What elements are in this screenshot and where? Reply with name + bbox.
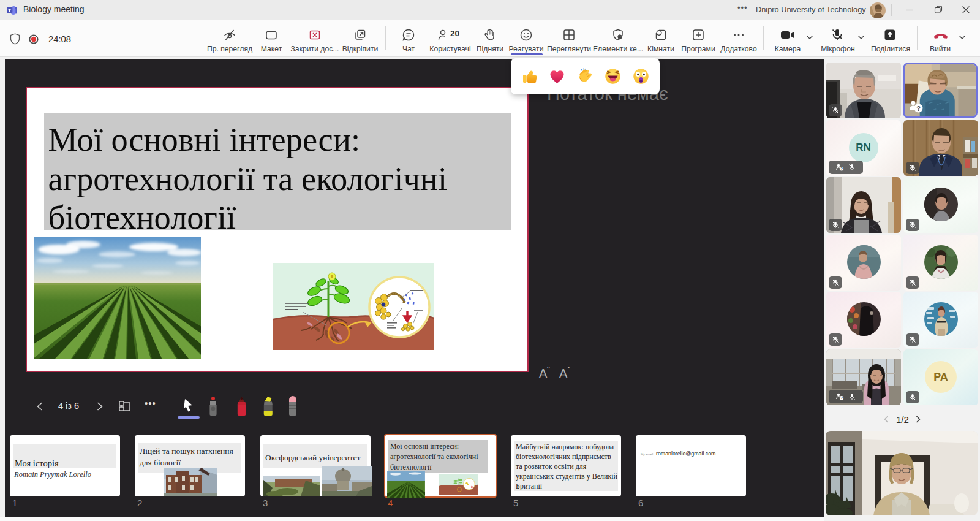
svg-text:?: ? <box>840 396 843 400</box>
svg-text:?: ? <box>916 105 921 112</box>
svg-text:?: ? <box>840 167 843 170</box>
